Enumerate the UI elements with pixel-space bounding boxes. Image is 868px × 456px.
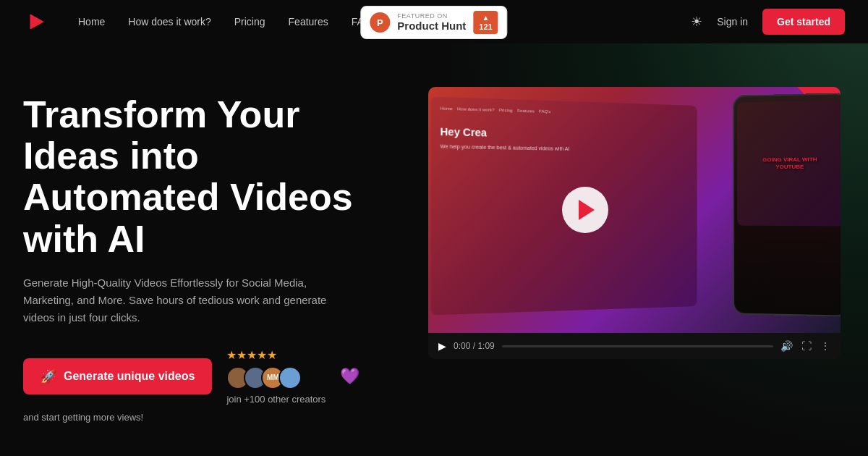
more-options-icon[interactable]: ⋮ (820, 340, 830, 352)
video-control-icons: 🔊 ⛶ ⋮ (780, 340, 830, 352)
social-proof: ★★★★★ MM join +100 other creators (226, 348, 326, 405)
video-preview: Home How does it work? Pricing Features … (428, 87, 841, 333)
heart-icon: 💜 (340, 367, 359, 386)
avatar-group: MM (226, 366, 326, 389)
cta-button-label: Generate unique videos (64, 370, 195, 383)
video-time: 0:00 / 1:09 (454, 341, 495, 351)
hero-left: Transform Your Ideas into Automated Vide… (23, 87, 399, 423)
star-rating: ★★★★★ (226, 348, 326, 362)
product-hunt-badge[interactable]: P FEATURED ON Product Hunt ▲ 121 (360, 6, 507, 39)
nav-pricing[interactable]: Pricing (234, 16, 265, 28)
video-play-button[interactable]: ▶ (438, 340, 446, 352)
laptop-screen-content: Home How does it work? Pricing Features … (431, 97, 697, 164)
nav-home[interactable]: Home (78, 16, 105, 28)
phone-screen: GOING VIRAL WITH YOUTUBE (735, 94, 841, 315)
hero-title: Transform Your Ideas into Automated Vide… (23, 94, 399, 260)
avatar-4 (278, 366, 302, 389)
nav-how-it-works[interactable]: How does it work? (128, 16, 210, 28)
nav-features[interactable]: Features (289, 16, 328, 28)
product-hunt-text: FEATURED ON Product Hunt (397, 13, 466, 32)
main-content: Transform Your Ideas into Automated Vide… (0, 43, 868, 423)
generate-videos-button[interactable]: 🚀 Generate unique videos (23, 358, 212, 394)
join-text: join +100 other creators (226, 394, 326, 405)
phone-img-area: GOING VIRAL WITH YOUTUBE (737, 100, 841, 225)
hero-subtitle: Generate High-Quality Videos Effortlessl… (23, 274, 327, 326)
laptop-sub-text: We help you create the best & automated … (441, 143, 689, 154)
volume-icon[interactable]: 🔊 (780, 340, 793, 352)
play-button-overlay[interactable] (562, 187, 608, 233)
ph-name: Product Hunt (397, 20, 466, 33)
get-started-button[interactable]: Get started (762, 9, 845, 35)
svg-marker-0 (30, 14, 43, 29)
rocket-icon: 🚀 (41, 368, 56, 384)
ph-arrow-icon: ▲ (482, 14, 490, 22)
video-container: Home How does it work? Pricing Features … (428, 87, 841, 359)
cta-tagline: and start getting more views! (23, 412, 399, 423)
video-controls: ▶ 0:00 / 1:09 🔊 ⛶ ⋮ (428, 333, 841, 359)
sign-in-button[interactable]: Sign in (717, 16, 748, 28)
hero-right: Home How does it work? Pricing Features … (399, 87, 845, 359)
theme-toggle-icon[interactable]: ☀ (691, 14, 702, 30)
hero-section: Transform Your Ideas into Automated Vide… (23, 43, 845, 423)
product-hunt-logo: P (370, 12, 390, 33)
play-triangle-icon (579, 200, 595, 220)
ph-vote-count: 121 (479, 22, 492, 31)
going-viral-text: GOING VIRAL WITH YOUTUBE (763, 156, 817, 171)
video-progress-bar[interactable] (502, 345, 773, 347)
fullscreen-icon[interactable]: ⛶ (801, 340, 812, 352)
laptop-hero-text: Hey Crea (441, 126, 689, 144)
logo[interactable] (23, 9, 49, 35)
product-hunt-badge-wrapper: P FEATURED ON Product Hunt ▲ 121 (360, 6, 507, 39)
phone-mockup: GOING VIRAL WITH YOUTUBE (733, 93, 841, 317)
cta-section: 🚀 Generate unique videos ★★★★★ MM join +… (23, 348, 399, 405)
nav-right: ☀ Sign in Get started (691, 9, 845, 35)
ph-votes: ▲ 121 (473, 11, 498, 34)
laptop-nav: Home How does it work? Pricing Features … (441, 106, 689, 117)
